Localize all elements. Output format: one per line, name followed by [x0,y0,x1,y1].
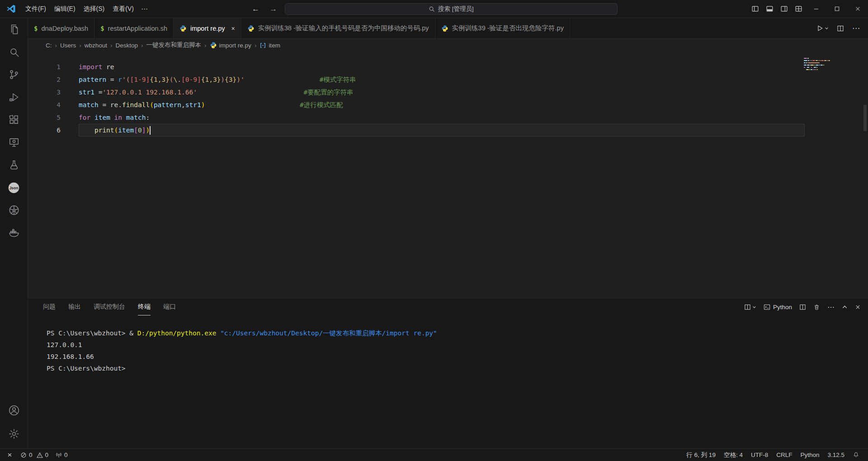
breadcrumb-item[interactable]: Users [60,42,76,49]
terminal-output[interactable]: PS C:\Users\wbzhout> & D:/python/python.… [28,315,868,448]
python-version-status[interactable]: 3.12.5 [823,449,849,461]
kill-terminal-button[interactable] [813,304,820,310]
line-number: 5 [28,111,61,124]
tab-import-re-py[interactable]: import re.py× [174,18,241,38]
editor-more-button[interactable]: ⋯ [852,24,860,33]
python-icon [210,42,217,49]
panel-tab-ports[interactable]: 端口 [163,298,176,315]
maximize-button[interactable] [826,0,847,18]
new-terminal-dropdown[interactable] [744,304,756,310]
menu-overflow-button[interactable]: ⋯ [138,3,151,15]
activity-bar-item-run-and-debug[interactable] [0,86,28,108]
search-icon [429,6,435,12]
breadcrumb-item[interactable]: item [259,42,281,49]
activity-bar-item-settings[interactable] [0,422,28,446]
title-bar: 文件(F)编辑(E)选择(S)查看(V)⋯ ← → 搜索 [管理员] [0,0,868,18]
code-text: pattern = r'([1-9]{1,3}(\.[0-9]{1,3}){3}… [79,73,805,86]
activity-bar-item-extensions[interactable] [0,108,28,131]
error-count: 0 [29,452,33,458]
radio-tower-icon [56,452,62,458]
line-number: 4 [28,99,61,111]
language-status[interactable]: Python [796,449,823,461]
editor-code-lines[interactable]: 1import re2pattern = r'([1-9]{1,3}(\.[0-… [28,52,805,136]
activity-bar-item-remote-explorer[interactable] [0,131,28,154]
tab-training-38[interactable]: 实例训练38 -验证输入的手机号码是否为中国移动的号码.py [241,18,435,38]
status-bar-right: 行 6, 列 19 空格: 4 UTF-8 CRLF Python 3.12.5 [682,449,868,461]
panel-tab-debug-console[interactable]: 调试控制台 [94,298,125,315]
line-number: 3 [28,86,61,99]
tab-restartapplication-sh[interactable]: $restartApplication.sh [94,18,174,38]
run-dropdown-chevron-icon[interactable] [825,26,829,30]
remote-indicator[interactable] [3,449,17,461]
code-line[interactable]: 2pattern = r'([1-9]{1,3}(\.[0-9]{1,3}){3… [28,73,805,86]
menu-item[interactable]: 编辑(E) [50,3,80,15]
breadcrumb-separator-icon: › [55,42,57,49]
breadcrumb-label: C: [46,42,52,49]
panel-tab-output[interactable]: 输出 [68,298,81,315]
code-line[interactable]: 6 print(item[0]) [28,124,805,136]
activity-bar-item-testing[interactable] [0,154,28,176]
line-col-status[interactable]: 行 6, 列 19 [682,449,720,461]
activity-bar-item-explorer[interactable] [0,18,28,41]
eol-status[interactable]: CRLF [772,449,796,461]
code-text: str1 ='127.0.0.1 192.168.1.66' #要配置的字符串 [79,86,805,99]
terminal-line: 127.0.0.1 [47,339,868,351]
breadcrumb-item[interactable]: wbzhout [84,42,108,49]
breadcrumb-item[interactable]: 一键发布和重启脚本 [146,41,202,49]
toggle-secondary-sidebar-icon[interactable] [777,0,791,18]
customize-layout-icon[interactable] [791,0,806,18]
activity-bar-items: Json [0,18,28,244]
split-editor-button[interactable] [837,25,844,32]
maximize-panel-button[interactable] [842,304,848,310]
line-number: 6 [28,124,61,136]
minimap[interactable] [804,58,830,71]
breadcrumb-item[interactable]: import re.py [209,42,252,49]
close-button[interactable] [847,0,868,18]
indent-status[interactable]: 空格: 4 [720,449,747,461]
search-box[interactable]: 搜索 [管理员] [285,3,618,15]
code-line[interactable]: 4match = re.findall(pattern,str1) #进行模式匹… [28,99,805,111]
encoding-status[interactable]: UTF-8 [747,449,772,461]
toggle-sidebar-icon[interactable] [748,0,762,18]
forward-arrow-icon[interactable]: → [267,4,279,14]
code-line[interactable]: 1import re [28,61,805,73]
toggle-panel-icon[interactable] [762,0,777,18]
tab-dnadeploy-bash[interactable]: $dnaDeploy.bash [28,18,94,38]
code-line[interactable]: 3str1 ='127.0.0.1 192.168.1.66' #要配置的字符串 [28,86,805,99]
menu-item[interactable]: 查看(V) [108,3,138,15]
split-terminal-button[interactable] [799,304,806,310]
editor-scrollbar[interactable] [863,105,867,131]
breadcrumb-item[interactable]: Desktop [115,42,139,49]
menu-item[interactable]: 文件(F) [21,3,50,15]
code-line[interactable]: 5for item in match: [28,111,805,124]
back-arrow-icon[interactable]: ← [250,4,262,14]
ports-status[interactable]: 0 [52,449,71,461]
run-python-button[interactable] [816,24,829,32]
tab-training-39[interactable]: 实例训练39 -验证是否出现危险字符.py [435,18,570,38]
extensions-icon [8,114,20,126]
panel-tab-problems[interactable]: 问题 [43,298,56,315]
line-number: 2 [28,73,61,86]
close-tab-icon[interactable]: × [231,25,235,32]
close-panel-button[interactable] [855,304,861,310]
terminal-instance-python[interactable]: Python [764,304,792,310]
panel-tab-terminal[interactable]: 终端 [138,298,151,315]
activity-bar-item-source-control[interactable] [0,63,28,86]
terminal-line: PS C:\Users\wbzhout> [47,362,868,374]
editor[interactable]: 1import re2pattern = r'([1-9]{1,3}(\.[0-… [28,52,868,298]
activity-bar-item-search[interactable] [0,41,28,63]
problems-status[interactable]: 0 0 [17,449,52,461]
panel-more-button[interactable]: ⋯ [827,303,835,311]
accounts-icon [8,405,20,416]
activity-bar-item-accounts[interactable] [0,399,28,422]
activity-bar-item-docker[interactable] [0,221,28,244]
minimize-button[interactable] [806,0,826,18]
panel-tabs: 问题输出调试控制台终端端口 [43,298,176,315]
notifications-bell[interactable] [849,449,863,461]
menu-item[interactable]: 选择(S) [80,3,109,15]
shell-file-icon: $ [100,25,104,32]
activity-bar-item-json[interactable]: Json [0,176,28,199]
breadcrumb-item[interactable]: C: [45,42,52,49]
vscode-window: 文件(F)编辑(E)选择(S)查看(V)⋯ ← → 搜索 [管理员] [0,0,868,461]
activity-bar-item-kubernetes[interactable] [0,199,28,221]
